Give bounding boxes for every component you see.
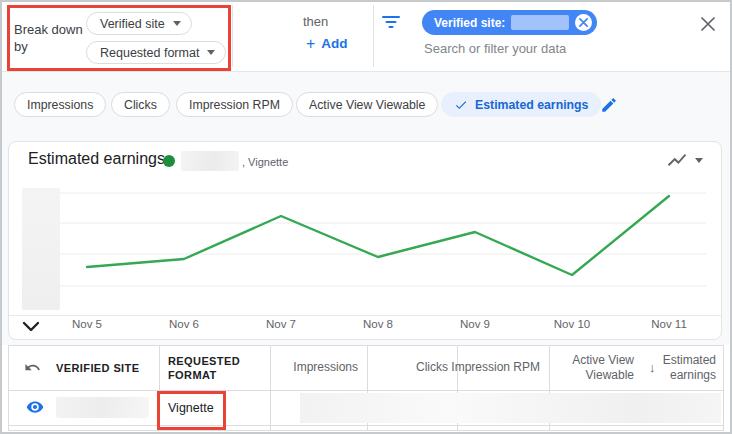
x-axis-label: Nov 7 <box>246 318 316 330</box>
metric-chip-estimated-earnings[interactable]: Estimated earnings <box>441 92 601 117</box>
x-axis-label: Nov 5 <box>52 318 122 330</box>
requested-format-cell: Vignette <box>168 390 214 425</box>
legend-series-dot <box>163 155 175 167</box>
metric-chip-label: Estimated earnings <box>475 98 588 112</box>
divider <box>9 315 721 316</box>
redacted-metric-values <box>300 393 721 423</box>
redacted-y-axis-labels <box>22 188 60 310</box>
chart-type-selector[interactable] <box>666 149 703 171</box>
redacted-verified-site-cell <box>56 397 149 418</box>
metric-chip-impression-rpm[interactable]: Impression RPM <box>176 92 293 117</box>
table-border <box>270 345 271 430</box>
divider <box>373 5 374 67</box>
column-header-clicks[interactable]: Clicks <box>368 345 448 390</box>
dropdown-value: Requested format <box>100 46 199 60</box>
adsense-report-screen: Break down by Verified site Requested fo… <box>0 0 732 434</box>
earnings-line <box>87 196 669 275</box>
table-border <box>8 390 724 391</box>
remove-filter-icon[interactable] <box>575 14 592 31</box>
redacted-legend-site <box>181 151 239 171</box>
metric-chip-label: Impression RPM <box>189 98 280 112</box>
earnings-line-chart <box>8 180 724 315</box>
close-icon[interactable] <box>700 13 722 35</box>
column-header-impressions[interactable]: Impressions <box>272 345 358 390</box>
x-axis-label: Nov 10 <box>537 318 607 330</box>
chevron-down-icon <box>21 320 41 333</box>
metric-chip-clicks[interactable]: Clicks <box>111 92 170 117</box>
eye-icon <box>25 398 45 416</box>
add-breakdown-button[interactable]: + Add <box>300 35 354 52</box>
metric-chip-label: Clicks <box>124 98 157 112</box>
plus-icon: + <box>306 37 315 51</box>
visibility-toggle-button[interactable] <box>25 397 49 417</box>
column-header-active-view-viewable[interactable]: Active View Viewable <box>554 345 634 390</box>
filter-icon[interactable] <box>381 12 405 32</box>
table-border <box>8 430 724 431</box>
x-glyph <box>579 18 588 27</box>
table-border <box>8 345 9 430</box>
collapse-chart-button[interactable] <box>21 318 45 334</box>
redacted-filter-value <box>511 15 569 30</box>
dropdown-value: Verified site <box>100 17 165 31</box>
table-border <box>723 345 724 430</box>
check-icon <box>454 98 468 112</box>
filter-icon-glyph <box>381 14 401 30</box>
metric-chip-active-view-viewable[interactable]: Active View Viewable <box>296 92 438 117</box>
breakdown-toolbar: Break down by Verified site Requested fo… <box>0 0 732 72</box>
divider <box>232 5 233 67</box>
add-label: Add <box>321 36 347 51</box>
legend-series-label: , Vignette <box>242 156 288 168</box>
breakdown-label: Break down by <box>14 21 88 55</box>
chevron-down-icon <box>207 50 215 55</box>
column-header-impression-rpm[interactable]: Impression RPM <box>444 345 540 390</box>
chart-gridlines <box>60 193 706 286</box>
line-chart-icon <box>666 149 688 171</box>
edit-metrics-button[interactable] <box>600 94 624 116</box>
pencil-icon <box>600 96 618 114</box>
undo-icon <box>24 359 41 376</box>
metric-chip-label: Active View Viewable <box>309 98 425 112</box>
filter-chip-verified-site[interactable]: Verified site: <box>422 10 597 35</box>
chart-title: Estimated earnings <box>28 150 165 168</box>
search-input[interactable] <box>422 40 666 57</box>
chevron-down-icon <box>173 21 181 26</box>
filter-chip-label: Verified site: <box>434 16 505 30</box>
table-border <box>159 345 160 430</box>
then-label: then <box>303 14 328 29</box>
close-glyph <box>700 16 716 32</box>
dimension-dropdown-verified-site[interactable]: Verified site <box>86 12 192 35</box>
column-header-estimated-earnings[interactable]: Estimated earnings <box>650 345 716 390</box>
metric-chip-label: Impressions <box>27 98 93 112</box>
x-axis-label: Nov 11 <box>634 318 704 330</box>
table-border <box>8 425 724 426</box>
x-axis-label: Nov 9 <box>440 318 510 330</box>
x-axis-label: Nov 6 <box>149 318 219 330</box>
chevron-down-icon <box>695 158 703 163</box>
column-header-requested-format[interactable]: REQUESTED FORMAT <box>168 345 246 390</box>
undo-button[interactable] <box>24 356 46 378</box>
dimension-dropdown-requested-format[interactable]: Requested format <box>86 41 226 64</box>
column-header-verified-site[interactable]: VERIFIED SITE <box>56 345 156 390</box>
x-axis-label: Nov 8 <box>343 318 413 330</box>
metric-chip-impressions[interactable]: Impressions <box>14 92 106 117</box>
